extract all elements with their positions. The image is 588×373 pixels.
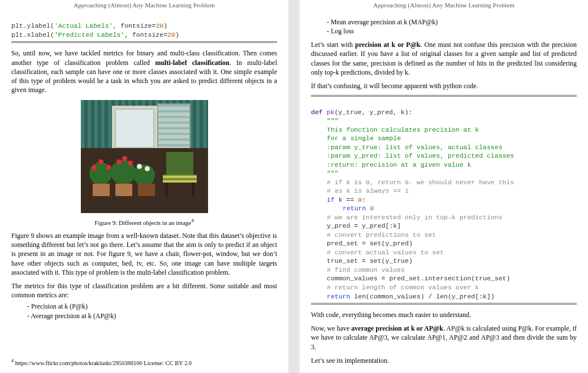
- code-comment: # find common values: [327, 266, 405, 274]
- code-text: plt.ylabel(: [11, 22, 54, 29]
- metrics-list-right: Mean average precision at k (MAP@k) Log …: [311, 18, 577, 36]
- code-docstring: This function calculates precision at k: [327, 126, 479, 133]
- bold-term: multi-label classification: [155, 59, 229, 67]
- code-comment: # convert actual values to set: [327, 249, 444, 256]
- page-left: Approaching (Almost) Any Machine Learnin…: [0, 0, 288, 373]
- figure-9: Figure 9: Different objects in an image4: [11, 100, 277, 227]
- code-number: 20: [155, 22, 163, 29]
- caption-footnote-ref: 4: [191, 218, 194, 223]
- code-number: 0: [366, 205, 374, 212]
- caption-text: Figure 9: Different objects in an image: [94, 219, 191, 225]
- code-text: , fontsize=: [113, 22, 155, 29]
- code-snippet-pk: def pk(y_true, y_pred, k): """ This func…: [311, 99, 577, 301]
- divider: [311, 95, 577, 97]
- code-docstring: """: [327, 170, 339, 177]
- paragraph-text: Let’s start with: [311, 41, 355, 49]
- paragraph: With code, everything becomes much easie…: [311, 310, 577, 319]
- metrics-list-left: Precision at k (P@k) Average precision a…: [11, 302, 277, 320]
- running-head-right: Approaching (Almost) Any Machine Learnin…: [311, 0, 577, 10]
- divider: [11, 41, 277, 43]
- code-text: pred_set = set(y_pred): [327, 240, 413, 247]
- code-text: (y_true, y_pred, k):: [334, 109, 412, 116]
- figure-caption: Figure 9: Different objects in an image4: [11, 217, 277, 227]
- code-comment: # if k is 0, return 0. we should never h…: [327, 179, 514, 186]
- code-docstring: """: [327, 117, 339, 124]
- code-snippet-plt: plt.ylabel('Actual Labels', fontsize=20)…: [11, 13, 277, 40]
- paragraph: Figure 9 shows an example image from a w…: [11, 231, 277, 277]
- two-page-spread: Approaching (Almost) Any Machine Learnin…: [0, 0, 588, 373]
- page-right: Approaching (Almost) Any Machine Learnin…: [300, 0, 588, 373]
- running-head-left: Approaching (Almost) Any Machine Learnin…: [11, 0, 277, 10]
- paragraph: Now, we have average precision at k or A…: [311, 324, 577, 352]
- paragraph-text: Now, we have: [311, 324, 351, 332]
- list-item: Precision at k (P@k): [38, 302, 277, 311]
- code-comment: # as k is always >= 1: [327, 187, 409, 194]
- list-item: Mean average precision at k (MAP@k): [338, 18, 577, 27]
- paragraph: Let’s see its implementation.: [311, 356, 577, 365]
- paragraph: If that’s confusing, it will become appa…: [311, 81, 577, 90]
- code-text: ): [175, 31, 179, 38]
- code-text: ): [163, 22, 167, 29]
- footnote-text: https://www.flickr.com/photos/krakluski/…: [14, 360, 192, 366]
- code-comment: # we are interested only in top-k predic…: [327, 214, 503, 221]
- code-comment: # return length of common values over k: [327, 284, 479, 291]
- code-text: true_set = set(y_true): [327, 257, 413, 264]
- divider: [311, 303, 577, 305]
- bold-term: precision at k or P@k: [355, 41, 420, 49]
- code-keyword-return: return: [327, 293, 350, 300]
- paragraph: So, until now, we have tackled metrics f…: [11, 49, 277, 94]
- code-keyword-return: return: [343, 205, 366, 212]
- code-text: k ==: [335, 196, 358, 203]
- bold-term: average precision at k or AP@k: [351, 324, 443, 332]
- code-text: common_values = pred_set.intersection(tr…: [327, 275, 510, 282]
- code-string: 'Actual Labels': [54, 22, 113, 29]
- code-text: , fontsize=: [124, 31, 167, 38]
- code-docstring: for a single sample: [327, 135, 401, 142]
- code-fn-name: pk: [323, 109, 335, 116]
- code-docstring: :return: precision at a given value k: [327, 161, 471, 168]
- code-docstring: :param y_pred: list of values, predicted…: [327, 152, 514, 159]
- code-string: 'Predicted Labels': [54, 31, 124, 38]
- code-keyword-if: if: [327, 196, 335, 203]
- paragraph: The metrics for this type of classificat…: [11, 281, 277, 300]
- list-item: Log loss: [338, 27, 577, 36]
- code-text: plt.xlabel(: [11, 31, 54, 38]
- code-docstring: :param y_true: list of values, actual cl…: [327, 144, 503, 151]
- code-text: y_pred = y_pred[:k]: [327, 222, 401, 229]
- code-number: 20: [167, 31, 175, 38]
- list-item: Average precision at k (AP@k): [38, 311, 277, 320]
- code-comment: # convert predictions to set: [327, 231, 436, 238]
- code-text: len(common_values) / len(y_pred[:k]): [350, 293, 494, 300]
- code-keyword-def: def: [311, 109, 323, 116]
- paragraph: Let’s start with precision at k or P@k. …: [311, 40, 577, 77]
- figure-image: [81, 100, 208, 213]
- code-text: :: [362, 196, 366, 203]
- footnote-4: 4 https://www.flickr.com/photos/kraklusk…: [11, 358, 277, 367]
